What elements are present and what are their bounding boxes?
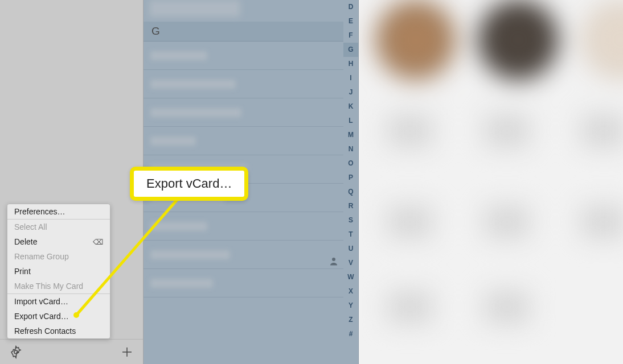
alpha-index-letter[interactable]: U xyxy=(343,242,358,256)
contact-name-blurred xyxy=(150,51,207,60)
plus-icon[interactable] xyxy=(120,345,134,359)
alpha-index-letter[interactable]: S xyxy=(343,213,358,228)
contact-name-blurred xyxy=(150,136,196,146)
alpha-index-letter[interactable]: E xyxy=(343,14,358,28)
list-item[interactable] xyxy=(144,42,343,70)
alpha-index-letter[interactable]: M xyxy=(343,128,358,142)
contact-name-blurred xyxy=(150,250,230,259)
alpha-index-letter[interactable]: T xyxy=(343,228,358,242)
svg-point-3 xyxy=(332,258,335,261)
list-item[interactable] xyxy=(144,241,343,269)
alpha-index-letter[interactable]: W xyxy=(343,270,358,284)
alpha-index[interactable]: DEFGHIJKLMNOPQRSTUVWXYZ# xyxy=(343,0,358,364)
menu-preferences[interactable]: Preferences… xyxy=(7,204,110,219)
alpha-index-letter[interactable]: Z xyxy=(343,313,358,327)
menu-select-all: Select All xyxy=(7,220,110,234)
contact-name-blurred xyxy=(150,279,213,288)
list-item[interactable] xyxy=(144,269,343,297)
alpha-index-letter[interactable]: # xyxy=(343,327,358,341)
menu-import-vcard[interactable]: Import vCard… xyxy=(7,294,110,309)
menu-print[interactable]: Print xyxy=(7,264,110,279)
menu-delete[interactable]: Delete ⌫ xyxy=(7,234,110,249)
list-item[interactable] xyxy=(144,127,343,155)
contact-name-blurred xyxy=(150,108,241,117)
alpha-index-letter[interactable]: P xyxy=(343,171,358,185)
gear-icon[interactable] xyxy=(9,345,23,359)
callout-bubble: Export vCard… xyxy=(130,167,248,201)
detail-pane xyxy=(359,0,623,364)
alpha-index-letter[interactable]: J xyxy=(343,85,358,100)
context-menu: Preferences… Select All Delete ⌫ Rename … xyxy=(7,204,110,339)
alpha-index-letter[interactable]: F xyxy=(343,28,358,43)
alpha-index-letter[interactable]: R xyxy=(343,199,358,213)
alpha-index-letter[interactable]: K xyxy=(343,100,358,114)
menu-delete-label: Delete xyxy=(14,237,37,246)
alpha-index-letter[interactable]: V xyxy=(343,256,358,270)
callout-text: Export vCard… xyxy=(146,176,232,191)
list-item[interactable] xyxy=(144,70,343,98)
menu-make-my-card: Make This My Card xyxy=(7,279,110,293)
menu-export-vcard[interactable]: Export vCard… xyxy=(7,309,110,324)
menu-refresh-contacts[interactable]: Refresh Contacts xyxy=(7,324,110,338)
sidebar-toolbar xyxy=(0,339,143,364)
alpha-index-letter[interactable]: I xyxy=(343,71,358,85)
alpha-index-letter[interactable]: X xyxy=(343,284,358,299)
alpha-index-letter[interactable]: H xyxy=(343,57,358,71)
alpha-index-letter[interactable]: N xyxy=(343,142,358,156)
list-item[interactable] xyxy=(144,212,343,241)
alpha-index-letter[interactable]: Y xyxy=(343,299,358,313)
backspace-icon: ⌫ xyxy=(93,238,103,246)
alpha-index-letter[interactable]: G xyxy=(343,43,358,57)
detail-blurred-content xyxy=(359,0,623,364)
section-header: G xyxy=(144,22,343,42)
alpha-index-letter[interactable]: Q xyxy=(343,185,358,199)
person-icon xyxy=(329,256,339,266)
alpha-index-letter[interactable]: O xyxy=(343,156,358,171)
app-root: G DEFGHIJKLMNOPQRSTUVWXYZ# Preferences… … xyxy=(0,0,623,364)
contact-card-blurred xyxy=(149,0,240,17)
contact-name-blurred xyxy=(150,80,236,89)
alpha-index-letter[interactable]: L xyxy=(343,114,358,128)
list-item[interactable] xyxy=(144,98,343,127)
menu-rename-group: Rename Group xyxy=(7,249,110,264)
contact-name-blurred xyxy=(150,222,207,231)
alpha-index-letter[interactable]: D xyxy=(343,0,358,14)
